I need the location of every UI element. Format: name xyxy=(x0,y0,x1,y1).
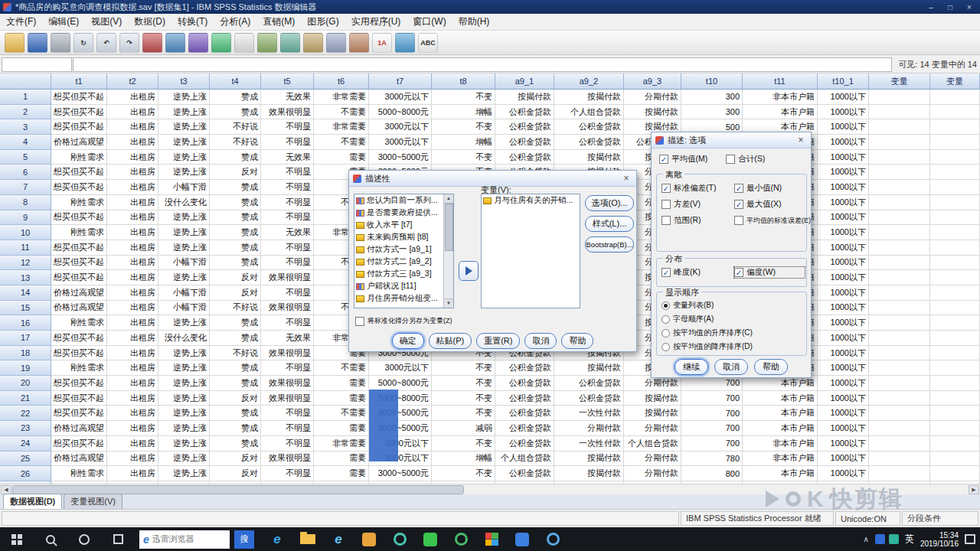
cell[interactable]: 无效果 xyxy=(261,481,314,484)
goto-variable-icon[interactable] xyxy=(188,33,208,53)
cell[interactable]: 出租房 xyxy=(107,165,158,180)
column-header[interactable]: t8 xyxy=(432,73,495,90)
cell[interactable]: 1000以下 xyxy=(818,90,869,105)
cell[interactable]: 不明显 xyxy=(261,256,314,271)
row-number[interactable]: 22 xyxy=(0,406,51,421)
cell[interactable]: 出租房 xyxy=(107,406,158,421)
cell[interactable] xyxy=(930,165,980,180)
cell[interactable]: 公积金贷款 xyxy=(495,436,554,452)
cell[interactable]: 非本市户籍 xyxy=(743,452,818,467)
cell[interactable] xyxy=(869,165,930,180)
cell[interactable]: 赞成 xyxy=(210,150,261,165)
cell[interactable]: 1000以下 xyxy=(818,376,869,391)
cell[interactable]: 按揭付款 xyxy=(554,466,624,481)
cell[interactable]: 减弱 xyxy=(432,421,495,436)
menu-item[interactable]: 数据(D) xyxy=(128,14,172,30)
cell[interactable]: 出租房 xyxy=(107,90,158,105)
cell[interactable]: 赞成 xyxy=(210,240,261,256)
distribution-checkbox[interactable]: ✓偏度(W) xyxy=(734,267,805,278)
cell[interactable]: 不需要 xyxy=(314,105,369,120)
cell[interactable]: 不明显 xyxy=(261,315,314,331)
cell[interactable] xyxy=(869,195,930,210)
cell[interactable]: 公积金贷款 xyxy=(495,360,554,376)
cell[interactable]: 700 xyxy=(681,436,743,452)
cell[interactable]: 逆势上涨 xyxy=(158,90,210,105)
taskbar-search-box[interactable]: e 迅雷浏览器 xyxy=(139,530,230,549)
dispersion-checkbox[interactable]: 平均值的标准误差(E) xyxy=(734,215,805,226)
cell[interactable]: 700 xyxy=(681,406,743,421)
cell[interactable] xyxy=(930,285,980,301)
cell[interactable]: 不明显 xyxy=(261,360,314,376)
cell[interactable] xyxy=(869,376,930,391)
variable-list-item[interactable]: 未来购房预期 [t8] xyxy=(354,231,453,243)
cell[interactable] xyxy=(930,481,980,484)
variables-info-icon[interactable] xyxy=(211,33,231,53)
variable-list-item[interactable]: 付款方式一 [a9_1] xyxy=(354,243,453,256)
cell[interactable]: 赞成 xyxy=(210,256,261,271)
row-number[interactable]: 14 xyxy=(0,285,51,301)
column-header[interactable]: t1 xyxy=(51,73,107,90)
cell[interactable]: 增幅 xyxy=(432,105,495,120)
cell[interactable] xyxy=(930,421,980,436)
cell[interactable]: 逆势上涨 xyxy=(158,165,210,180)
column-header[interactable]: t5 xyxy=(261,73,314,90)
cell[interactable] xyxy=(869,346,930,361)
cell[interactable]: 效果很明显 xyxy=(261,391,314,406)
row-number[interactable]: 4 xyxy=(0,135,51,150)
cell[interactable]: 本市户籍 xyxy=(743,376,818,391)
selected-cells-highlight[interactable] xyxy=(369,390,398,461)
cell[interactable]: 逆势上涨 xyxy=(158,225,210,240)
column-header[interactable] xyxy=(0,73,51,90)
source-variable-list[interactable]: ▲ ▼ 您认为目前一系列...是否需要政府提供...收入水平 [t7]未来购房预… xyxy=(354,194,454,308)
cell[interactable] xyxy=(930,270,980,285)
cell[interactable] xyxy=(869,119,930,135)
dialog-button[interactable]: 帮助 xyxy=(754,359,788,375)
menu-item[interactable]: 编辑(E) xyxy=(42,14,85,30)
dialog-button[interactable]: 粘贴(P) xyxy=(429,333,472,349)
cell[interactable]: 无效果 xyxy=(261,150,314,165)
cell[interactable]: 不变 xyxy=(432,391,495,406)
dialog-side-button[interactable]: Bootstrap(B)... xyxy=(585,236,634,253)
cell[interactable]: 出租房 xyxy=(107,240,158,256)
notification-center-icon[interactable] xyxy=(965,534,975,544)
cell[interactable]: 价格过高观望 xyxy=(51,421,107,436)
cell[interactable]: 3000元以下 xyxy=(369,360,432,376)
cell[interactable]: 效果很明显 xyxy=(261,301,314,316)
cell[interactable]: 1000以下 xyxy=(818,225,869,240)
cell[interactable]: 反对 xyxy=(210,270,261,285)
cell[interactable]: 逆势上涨 xyxy=(158,105,210,120)
maximize-button[interactable]: □ xyxy=(942,3,958,11)
cell-reference-box[interactable] xyxy=(2,57,72,72)
cell[interactable]: 公积金贷款 xyxy=(554,376,624,391)
cell[interactable] xyxy=(869,270,930,285)
cell[interactable]: 按揭付款 xyxy=(554,452,624,467)
row-number[interactable]: 3 xyxy=(0,119,51,135)
variable-list-item[interactable]: 收入水平 [t7] xyxy=(354,219,453,231)
cortana-button[interactable] xyxy=(67,527,101,551)
cell[interactable] xyxy=(930,391,980,406)
cell[interactable]: 不明显 xyxy=(261,195,314,210)
cell[interactable]: 增幅 xyxy=(432,135,495,150)
dialog-button[interactable]: 取消 xyxy=(524,333,557,349)
cell[interactable]: 逆势上涨 xyxy=(158,436,210,452)
transfer-variable-button[interactable] xyxy=(459,261,479,281)
cell[interactable]: 效果很明显 xyxy=(261,346,314,361)
cell[interactable] xyxy=(930,150,980,165)
tab-variable-view[interactable]: 变量视图(V) xyxy=(64,494,122,509)
cell[interactable]: 分期付款 xyxy=(624,452,681,467)
row-number[interactable]: 6 xyxy=(0,165,51,180)
cell[interactable] xyxy=(869,240,930,256)
menu-item[interactable]: 图形(G) xyxy=(301,14,345,30)
cell[interactable]: 出租房 xyxy=(107,391,158,406)
cell[interactable] xyxy=(930,180,980,195)
cell[interactable] xyxy=(869,466,930,481)
dialog-side-button[interactable]: 样式(L)... xyxy=(585,216,634,232)
cell[interactable] xyxy=(930,301,980,316)
cell[interactable]: 逆势上涨 xyxy=(158,119,210,135)
cell[interactable]: 1000以下 xyxy=(818,240,869,256)
cell[interactable]: 780 xyxy=(681,452,743,467)
cell[interactable]: 刚性需求 xyxy=(51,360,107,376)
tray-expand-icon[interactable]: ∧ xyxy=(864,535,869,543)
dialog-close-icon[interactable] xyxy=(795,135,807,145)
cell[interactable]: 赞成 xyxy=(210,225,261,240)
